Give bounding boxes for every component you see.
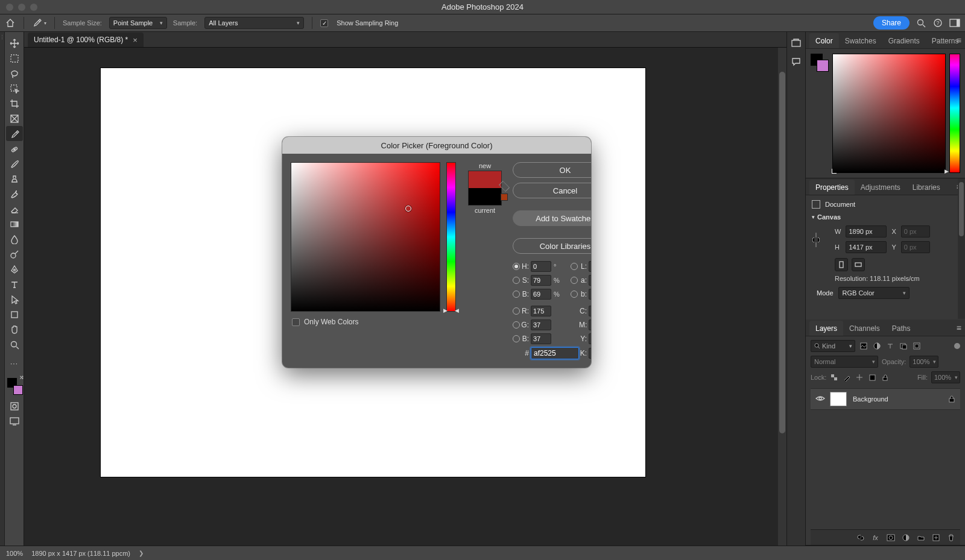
eraser-tool-icon[interactable] — [6, 201, 23, 216]
radio-b-hsv[interactable] — [513, 291, 520, 298]
shape-tool-icon[interactable] — [6, 307, 23, 322]
gamut-swatch[interactable] — [501, 193, 508, 201]
healing-brush-tool-icon[interactable] — [6, 141, 23, 156]
comments-panel-icon[interactable] — [789, 55, 803, 68]
history-panel-icon[interactable] — [789, 37, 803, 50]
radio-a[interactable] — [571, 277, 578, 284]
lasso-tool-icon[interactable] — [6, 66, 23, 81]
link-layers-icon[interactable] — [856, 533, 865, 542]
foreground-background-swatch[interactable]: ⤭ — [6, 376, 23, 395]
color-libraries-button[interactable]: Color Libraries — [513, 238, 591, 254]
layer-row-background[interactable]: Background — [811, 388, 960, 410]
lock-transparency-icon[interactable] — [830, 373, 839, 382]
filter-type-icon[interactable] — [885, 341, 895, 351]
new-adjustment-icon[interactable] — [901, 533, 910, 542]
out-of-gamut-icon[interactable] — [499, 181, 510, 192]
color-sv-field[interactable]: ▶ — [832, 54, 946, 173]
width-input[interactable]: 1890 px — [846, 225, 887, 238]
screen-mode-icon[interactable] — [6, 414, 23, 429]
zoom-tool-icon[interactable] — [6, 337, 23, 352]
radio-l[interactable] — [571, 263, 578, 270]
sv-cursor[interactable] — [405, 206, 411, 212]
color-picker-title[interactable]: Color Picker (Foreground Color) — [282, 137, 591, 154]
layer-locked-icon[interactable] — [948, 395, 955, 403]
history-brush-tool-icon[interactable] — [6, 186, 23, 201]
panel-background-swatch[interactable] — [817, 60, 829, 72]
tab-swatches[interactable]: Swatches — [839, 33, 882, 48]
workspace-switcher-icon[interactable] — [949, 17, 960, 28]
layer-thumbnail[interactable] — [830, 392, 847, 406]
traffic-light-zoom[interactable] — [30, 4, 37, 11]
only-web-colors-checkbox[interactable] — [292, 318, 300, 326]
tab-paths[interactable]: Paths — [886, 321, 917, 336]
hex-input[interactable]: af2525 — [531, 347, 579, 359]
sample-size-select[interactable]: Point Sample — [109, 17, 167, 29]
radio-b-lab[interactable] — [571, 291, 578, 298]
orientation-portrait-button[interactable] — [835, 258, 848, 271]
home-icon[interactable] — [5, 17, 16, 28]
document-tab-active[interactable]: Untitled-1 @ 100% (RGB/8) * × — [28, 33, 144, 47]
tab-layers[interactable]: Layers — [809, 321, 843, 336]
blur-tool-icon[interactable] — [6, 231, 23, 247]
radio-s[interactable] — [513, 277, 520, 284]
ok-button[interactable]: OK — [513, 162, 591, 178]
tab-channels[interactable]: Channels — [843, 321, 886, 336]
marquee-tool-icon[interactable] — [6, 51, 23, 66]
panel-menu-icon[interactable]: ≡ — [957, 323, 961, 333]
filter-toggle[interactable] — [954, 343, 960, 349]
lock-pixels-icon[interactable] — [843, 373, 852, 382]
g-input[interactable]: 37 — [531, 319, 551, 330]
move-tool-icon[interactable] — [6, 36, 23, 51]
lock-artboard-icon[interactable] — [868, 373, 877, 382]
m-input[interactable]: 98 — [589, 319, 591, 330]
l-input[interactable]: 40 — [589, 261, 591, 272]
tab-color[interactable]: Color — [809, 33, 839, 48]
color-hue-slider[interactable] — [949, 54, 960, 173]
traffic-light-close[interactable] — [6, 4, 13, 11]
status-info-flyout-icon[interactable]: ❯ — [139, 550, 144, 556]
c-input[interactable]: 22 — [589, 306, 591, 316]
color-picker-hue-slider[interactable]: ▶◀ — [445, 162, 457, 312]
radio-b-rgb[interactable] — [513, 335, 520, 342]
background-color-swatch[interactable] — [13, 385, 23, 395]
orientation-landscape-button[interactable] — [852, 258, 865, 271]
link-dimensions-icon[interactable] — [812, 231, 820, 248]
hand-tool-icon[interactable] — [6, 322, 23, 337]
properties-scrollbar[interactable] — [958, 178, 965, 319]
color-mode-select[interactable]: RGB Color — [838, 287, 910, 299]
status-document-info[interactable]: 1890 px x 1417 px (118.11 ppcm) — [31, 550, 130, 557]
color-picker-sv-field[interactable] — [291, 162, 440, 312]
eyedropper-tool-icon[interactable] — [6, 126, 23, 141]
filter-smart-icon[interactable] — [912, 341, 922, 351]
dodge-tool-icon[interactable] — [6, 247, 23, 262]
opacity-input[interactable]: 100% — [910, 356, 938, 368]
swap-colors-icon[interactable]: ⤭ — [19, 374, 24, 380]
hue-input[interactable]: 0 — [531, 261, 551, 272]
new-group-icon[interactable] — [916, 533, 925, 542]
radio-r[interactable] — [513, 307, 520, 315]
sat-input[interactable]: 79 — [531, 275, 551, 286]
tab-properties[interactable]: Properties — [809, 180, 855, 195]
layer-visibility-icon[interactable] — [815, 395, 824, 403]
crop-tool-icon[interactable] — [6, 96, 23, 111]
current-color-swatch[interactable] — [469, 188, 501, 205]
tab-adjustments[interactable]: Adjustments — [855, 180, 906, 195]
sample-layers-select[interactable]: All Layers — [204, 17, 304, 29]
k-input[interactable]: 14 — [589, 348, 591, 359]
new-layer-icon[interactable] — [931, 533, 940, 542]
pen-tool-icon[interactable] — [6, 262, 23, 277]
r-input[interactable]: 175 — [531, 306, 551, 316]
canvas-section-header[interactable]: ▾ Canvas — [812, 213, 959, 221]
search-icon[interactable] — [916, 17, 926, 28]
b-rgb-input[interactable]: 37 — [531, 333, 551, 344]
layer-kind-filter[interactable]: Kind — [811, 340, 855, 352]
stage-scrollbar-vertical[interactable] — [778, 48, 786, 546]
filter-pixel-icon[interactable] — [859, 341, 868, 351]
brush-tool-icon[interactable] — [6, 156, 23, 171]
traffic-light-minimize[interactable] — [18, 4, 25, 11]
radio-g[interactable] — [513, 321, 520, 329]
type-tool-icon[interactable] — [6, 277, 23, 292]
show-sampling-ring-checkbox[interactable] — [320, 19, 328, 27]
tab-gradients[interactable]: Gradients — [882, 33, 926, 48]
blend-mode-select[interactable]: Normal — [811, 356, 878, 368]
